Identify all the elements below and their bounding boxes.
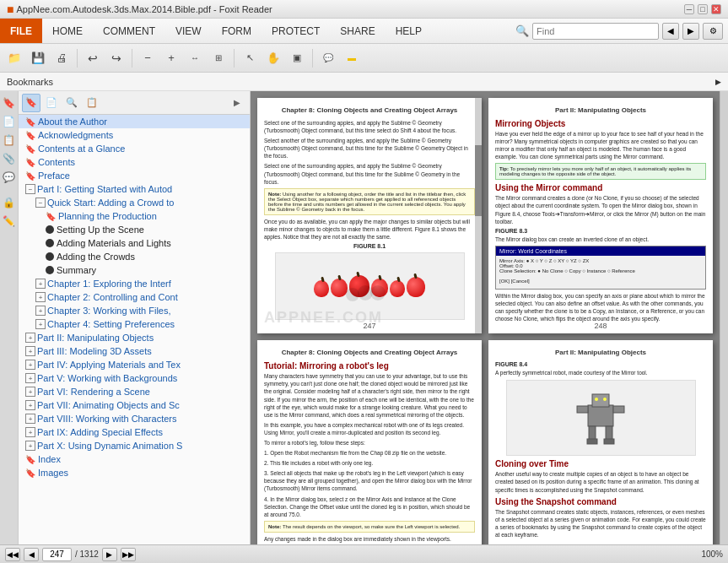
page-number-248: 248: [594, 322, 607, 330]
sidebar: 🔖 📄 🔍 📋 ▶ 🔖 About the Author 🔖 Acknowled…: [19, 91, 251, 544]
titlebar-controls[interactable]: ─ □ ✕: [684, 4, 721, 14]
sidebar-expand-btn[interactable]: ▶: [228, 94, 246, 112]
bookmark-icon: 🔖: [46, 212, 56, 221]
menu-protect[interactable]: PROTECT: [262, 19, 330, 43]
right-panel: [720, 91, 728, 544]
sidebar-btn-2[interactable]: 📄: [42, 94, 61, 112]
menu-home[interactable]: HOME: [42, 19, 93, 43]
fit-width-button[interactable]: ↔: [184, 47, 206, 69]
sidebar-item-part5[interactable]: + Part V: Working with Backgrounds: [19, 371, 250, 385]
save-button[interactable]: 💾: [27, 47, 49, 69]
expand-icon: +: [25, 400, 35, 410]
redo-button[interactable]: ↪: [105, 47, 127, 69]
figure-label-84: FIGURE 8.4: [495, 361, 706, 367]
sidebar-item-images[interactable]: 🔖 Images: [19, 466, 250, 479]
panel-icon-1[interactable]: 🔖: [1, 95, 18, 111]
sidebar-item-contents[interactable]: 🔖 Contents: [19, 155, 250, 169]
pdf-text: Many characters have symmetry that you c…: [264, 372, 475, 419]
search-input[interactable]: [532, 23, 659, 40]
close-button[interactable]: ✕: [711, 4, 721, 14]
sidebar-item-part2[interactable]: + Part II: Manipulating Objects: [19, 331, 250, 344]
hand-tool-button[interactable]: ✋: [262, 47, 284, 69]
panel-icon-7[interactable]: ✏️: [1, 213, 18, 230]
breadcrumb-bookmarks[interactable]: Bookmarks: [7, 77, 53, 87]
menu-comment[interactable]: COMMENT: [93, 19, 165, 43]
menu-help[interactable]: HELP: [386, 19, 432, 43]
pdf-page-248[interactable]: Part II: Manipulating Objects Mirroring …: [488, 98, 713, 333]
pdf-section-title: Tutorial: Mirroring a robot's leg: [264, 361, 475, 371]
sidebar-item-crowds[interactable]: Adding the Crowds: [19, 250, 250, 263]
comment-button[interactable]: 💬: [317, 47, 339, 69]
sidebar-btn-1[interactable]: 🔖: [22, 94, 40, 112]
cursor-select-button[interactable]: ↖: [239, 47, 261, 69]
maximize-button[interactable]: □: [698, 4, 708, 14]
open-file-button[interactable]: 📁: [3, 47, 25, 69]
sidebar-item-chap4[interactable]: + Chapter 4: Setting Preferences: [19, 317, 250, 331]
menu-file[interactable]: FILE: [0, 19, 42, 43]
search-settings-button[interactable]: ⚙: [703, 23, 723, 40]
minimize-button[interactable]: ─: [684, 4, 694, 14]
sidebar-item-part8[interactable]: + Part VIII: Working with Characters: [19, 412, 250, 425]
sidebar-item-summary[interactable]: Summary: [19, 263, 250, 277]
toolbar: 📁 💾 🖨 ↩ ↪ − + ↔ ⊞ ↖ ✋ ▣ 💬 ▬: [0, 44, 728, 73]
sidebar-item-part9[interactable]: + Part IX: Adding Special Effects: [19, 425, 250, 439]
next-page-button[interactable]: ▶: [102, 548, 117, 561]
print-button[interactable]: 🖨: [51, 47, 73, 69]
search-prev-button[interactable]: ◀: [662, 23, 679, 40]
page-scroll-thumb: [475, 145, 482, 216]
panel-icon-4[interactable]: 📎: [1, 150, 18, 167]
menu-form[interactable]: FORM: [212, 19, 262, 43]
undo-button[interactable]: ↩: [82, 47, 104, 69]
sidebar-btn-3[interactable]: 🔍: [62, 94, 81, 112]
text-select-button[interactable]: ▣: [286, 47, 308, 69]
sidebar-item-part6[interactable]: + Part VI: Rendering a Scene: [19, 385, 250, 398]
sidebar-btn-4[interactable]: 📋: [83, 94, 101, 112]
pdf-page-cloning[interactable]: Part II: Manipulating Objects FIGURE 8.4…: [488, 340, 713, 544]
sidebar-item-acknowledgments[interactable]: 🔖 Acknowledgments: [19, 128, 250, 142]
sidebar-item-setting-scene[interactable]: Setting Up the Scene: [19, 223, 250, 236]
first-page-button[interactable]: ◀◀: [5, 548, 20, 561]
sidebar-item-materials-lights[interactable]: Adding Materials and Lights: [19, 236, 250, 250]
sidebar-item-chap1[interactable]: + Chapter 1: Exploring the Interf: [19, 277, 250, 290]
pdf-text: To mirror a robot's leg, follow these st…: [264, 439, 475, 447]
pdf-page-247[interactable]: Chapter 8: Cloning Objects and Creating …: [257, 98, 482, 333]
sidebar-item-planning[interactable]: 🔖 Planning the Production: [19, 209, 250, 223]
menu-share[interactable]: SHARE: [330, 19, 385, 43]
zoom-in-button[interactable]: +: [160, 47, 182, 69]
sidebar-item-preface[interactable]: 🔖 Preface: [19, 169, 250, 182]
bookmark-icon: 🔖: [25, 158, 35, 167]
pdf-text: Select one of the surrounding apples, an…: [264, 119, 475, 134]
panel-icon-6[interactable]: 🔒: [1, 194, 18, 211]
bookmark-icon: 🔖: [25, 171, 35, 181]
main-layout: 🔖 📄 📋 📎 💬 🔒 ✏️ 🔖 📄 🔍 📋 ▶ 🔖 About the Aut…: [0, 91, 728, 544]
sidebar-item-part7[interactable]: + Part VII: Animating Objects and Sc: [19, 398, 250, 412]
sidebar-item-chap3[interactable]: + Chapter 3: Working with Files,: [19, 304, 250, 317]
svg-rect-12: [613, 406, 624, 413]
sidebar-item-part4[interactable]: + Part IV: Applying Materials and Tex: [19, 358, 250, 371]
sidebar-item-part3[interactable]: + Part III: Modeling 3D Assets: [19, 344, 250, 358]
prev-page-button[interactable]: ◀: [24, 548, 39, 561]
page-input[interactable]: [42, 548, 72, 561]
sidebar-item-contents-at-a-glance[interactable]: 🔖 Contents at a Glance: [19, 142, 250, 155]
highlight-button[interactable]: ▬: [341, 47, 363, 69]
toolbar-separator-1: [77, 49, 78, 68]
sidebar-item-chap2[interactable]: + Chapter 2: Controlling and Cont: [19, 290, 250, 304]
menu-view[interactable]: VIEW: [165, 19, 212, 43]
zoom-out-button[interactable]: −: [137, 47, 159, 69]
sidebar-item-part1[interactable]: − Part I: Getting Started with Autod: [19, 182, 250, 196]
search-area: 🔍 ◀ ▶ ⚙: [510, 19, 728, 43]
sidebar-content[interactable]: 🔖 About the Author 🔖 Acknowledgments 🔖 C…: [19, 115, 250, 544]
search-next-button[interactable]: ▶: [682, 23, 699, 40]
sidebar-item-part10[interactable]: + Part X: Using Dynamic Animation S: [19, 439, 250, 452]
sidebar-item-about-author[interactable]: 🔖 About the Author: [19, 115, 250, 128]
pdf-viewer[interactable]: Chapter 8: Cloning Objects and Creating …: [251, 91, 720, 544]
panel-icon-5[interactable]: 💬: [1, 169, 18, 186]
panel-icon-2[interactable]: 📄: [1, 113, 18, 130]
pdf-page-tutorial[interactable]: Chapter 8: Cloning Objects and Creating …: [257, 340, 482, 544]
last-page-button[interactable]: ▶▶: [121, 548, 136, 561]
fit-page-button[interactable]: ⊞: [208, 47, 229, 69]
dot-icon: [46, 266, 54, 274]
sidebar-item-index[interactable]: 🔖 Index: [19, 452, 250, 466]
panel-icon-3[interactable]: 📋: [1, 132, 18, 149]
sidebar-item-quickstart[interactable]: − Quick Start: Adding a Crowd to: [19, 196, 250, 209]
